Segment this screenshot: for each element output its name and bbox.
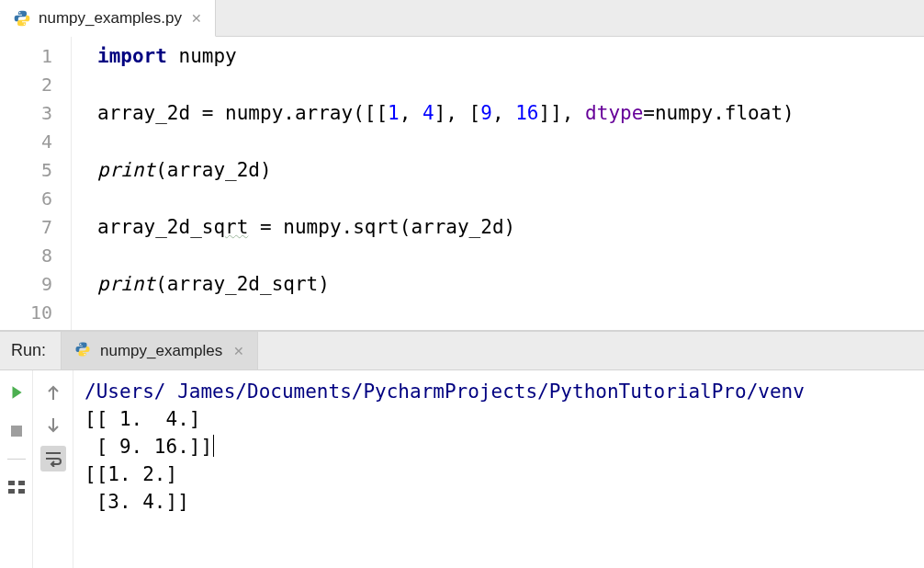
stop-button[interactable]: [4, 418, 29, 444]
run-tool-window: Run: numpy_examples ✕: [0, 331, 924, 568]
line-gutter: 1 2 3 4 5 6 7 8 9 10: [0, 37, 72, 330]
svg-point-3: [85, 353, 86, 355]
rerun-button[interactable]: [4, 380, 29, 405]
svg-rect-5: [8, 481, 15, 485]
separator: [7, 459, 26, 460]
layout-button[interactable]: [4, 474, 29, 500]
svg-point-1: [24, 23, 26, 25]
up-button[interactable]: [40, 380, 66, 405]
svg-rect-6: [18, 481, 25, 485]
editor-tab[interactable]: numpy_examples.py ✕: [0, 0, 216, 37]
text-cursor: [213, 435, 214, 457]
python-icon: [74, 341, 91, 361]
run-header: Run: numpy_examples ✕: [0, 332, 924, 370]
svg-rect-4: [11, 426, 22, 437]
run-body: /Users/ James/Documents/PycharmProjects/…: [0, 370, 924, 568]
interpreter-path: /Users/ James/Documents/PycharmProjects/…: [85, 381, 805, 403]
run-toolbar-left: [0, 370, 33, 568]
close-icon[interactable]: ✕: [191, 11, 202, 26]
soft-wrap-button[interactable]: [40, 446, 66, 471]
svg-point-0: [19, 11, 21, 13]
down-button[interactable]: [40, 413, 66, 438]
code-editor[interactable]: 1 2 3 4 5 6 7 8 9 10 import numpy array_…: [0, 37, 924, 331]
close-icon[interactable]: ✕: [233, 344, 244, 358]
run-label: Run:: [0, 341, 61, 360]
editor-tab-bar: numpy_examples.py ✕: [0, 0, 924, 37]
python-file-icon: [13, 9, 31, 28]
tab-filename: numpy_examples.py: [39, 9, 182, 28]
svg-rect-8: [18, 489, 25, 494]
run-toolbar-nav: [33, 370, 73, 568]
code-area[interactable]: import numpy array_2d = numpy.array([[1,…: [72, 37, 794, 330]
svg-point-2: [80, 343, 82, 345]
run-config-tab[interactable]: numpy_examples ✕: [61, 332, 258, 369]
console-output[interactable]: /Users/ James/Documents/PycharmProjects/…: [73, 370, 924, 568]
run-config-name: numpy_examples: [100, 342, 222, 360]
svg-rect-7: [8, 489, 15, 494]
